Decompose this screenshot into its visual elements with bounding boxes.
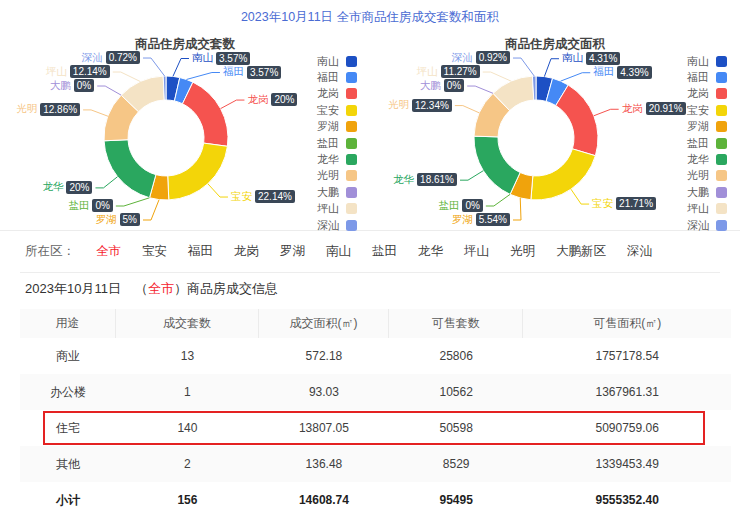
legend-item-guangming[interactable]: 光明 [317,168,357,184]
legend-swatch [716,56,727,67]
table-row-2: 办公楼193.03105621367961.31 [20,374,731,410]
table-cell: 8529 [389,446,523,482]
legend-label: 宝安 [687,103,709,118]
table-cell: 13 [116,338,259,374]
legend-item-longhua[interactable]: 龙华 [687,151,727,167]
pie-label-shenshan: 深汕0.72% [82,50,140,65]
table-header-row: 用途成交套数成交面积(㎡)可售套数可售面积(㎡) [20,309,731,338]
pie-label-longhua: 龙华20% [42,180,92,195]
filter-item-longgang[interactable]: 龙岗 [234,244,259,258]
legend-item-longgang[interactable]: 龙岗 [687,86,727,102]
pie-label-value: 5.54% [476,213,510,226]
legend-item-futian[interactable]: 福田 [317,69,357,85]
pie-label-value: 21.71% [616,197,656,210]
pie-label-value: 20% [66,181,92,194]
legend-item-yantian[interactable]: 盐田 [317,135,357,151]
legend-item-baoan[interactable]: 宝安 [687,102,727,118]
legend-item-nanshan[interactable]: 南山 [687,53,727,69]
legend-label: 南山 [687,54,709,69]
pie-segment-longgang[interactable] [182,82,228,146]
filter-label: 所在区： [25,243,75,260]
pie-label-name: 深汕 [82,51,103,65]
pie-segment-baoan[interactable] [531,149,596,200]
pie-label-value: 3.57% [247,66,281,79]
table-row-5: 小计15614608.74954959555352.40 [20,482,731,516]
pie-segment-longhua[interactable] [474,136,520,194]
legend-item-nanshan[interactable]: 南山 [317,53,357,69]
legend-label: 深汕 [317,218,339,233]
legend-item-shenshan[interactable]: 深汕 [687,217,727,233]
pie-segment-baoan[interactable] [168,143,228,200]
legend-swatch [346,138,357,149]
legend-item-pingshan[interactable]: 坪山 [317,201,357,217]
pie-label-luohu: 罗湖5% [96,212,140,227]
paren-open: （ [135,281,148,296]
filter-item-futian[interactable]: 福田 [188,244,213,258]
pie-label-futian: 福田3.57% [223,65,281,80]
chart-transaction-area: 商品住房成交面积 南山福田龙岗宝安罗湖盐田龙华光明大鹏坪山深汕 南山4.31%福… [370,28,740,230]
legend-swatch [716,170,727,181]
legend-swatch [716,220,727,231]
legend-swatch [716,154,727,165]
pie-label-value: 22.14% [255,190,295,203]
pie-label-value: 4.39% [617,66,651,79]
table-cell: 1339453.49 [523,446,731,482]
legend-label: 大鹏 [687,185,709,200]
filter-item-guangming[interactable]: 光明 [510,244,535,258]
section-scope: 全市 [148,281,174,296]
pie-label-value: 3.57% [216,52,250,65]
legend-item-dapeng[interactable]: 大鹏 [317,184,357,200]
legend-item-longgang[interactable]: 龙岗 [317,86,357,102]
legend-item-luohu[interactable]: 罗湖 [317,119,357,135]
filter-item-quanshi[interactable]: 全市 [96,244,121,258]
pie-label-line-pingshan [483,72,511,81]
pie-label-name: 南山 [562,51,583,65]
pie-label-name: 盐田 [438,199,459,213]
table-section-title: 2023年10月11日 （全市）商品房成交信息 [0,273,740,305]
pie-label-line-futian [561,73,591,81]
legend-swatch [346,187,357,198]
legend-item-futian[interactable]: 福田 [687,69,727,85]
pie-label-guangming: 光明12.86% [16,102,80,117]
legend-item-shenshan[interactable]: 深汕 [317,217,357,233]
pie-label-line-shenshan [143,58,165,76]
legend-swatch [346,72,357,83]
legend-item-yantian[interactable]: 盐田 [687,135,727,151]
pie-label-name: 坪山 [46,65,67,79]
legend-item-pingshan[interactable]: 坪山 [687,201,727,217]
filter-item-nanshan[interactable]: 南山 [326,244,351,258]
table-cell: 商业 [20,338,116,374]
pie-label-name: 福田 [223,65,244,79]
pie-label-longhua: 龙华18.61% [393,172,457,187]
pie-segment-longgang[interactable] [556,85,598,156]
legend-item-baoan[interactable]: 宝安 [317,102,357,118]
section-date: 2023年10月11日 [25,280,121,298]
filter-item-pingshan[interactable]: 坪山 [464,244,489,258]
legend-label: 坪山 [317,201,339,216]
pie-label-name: 大鹏 [50,79,71,93]
filter-item-yantian[interactable]: 盐田 [372,244,397,258]
legend-swatch [346,56,357,67]
table-cell: 13807.05 [259,410,389,446]
legend-item-dapeng[interactable]: 大鹏 [687,184,727,200]
charts-row: 商品住房成交套数 南山福田龙岗宝安罗湖盐田龙华光明大鹏坪山深汕 南山3.57%福… [0,28,740,230]
donut-chart-area [370,28,740,230]
filter-item-shenshan[interactable]: 深汕 [627,244,652,258]
legend-item-luohu[interactable]: 罗湖 [687,119,727,135]
legend-swatch [346,170,357,181]
pie-segment-longhua[interactable] [104,140,156,198]
filter-items: 全市宝安福田龙岗罗湖南山盐田龙华坪山光明大鹏新区深汕 [75,243,652,260]
legend-item-guangming[interactable]: 光明 [687,168,727,184]
pie-label-line-yantian [116,198,150,206]
filter-item-dapengxinqu[interactable]: 大鹏新区 [556,244,606,258]
filter-item-luohu[interactable]: 罗湖 [280,244,305,258]
pie-label-name: 龙岗 [247,93,268,107]
table-header-cell: 可售套数 [389,309,523,338]
legend-label: 深汕 [687,218,709,233]
filter-item-baoan[interactable]: 宝安 [142,244,167,258]
legend-item-longhua[interactable]: 龙华 [317,151,357,167]
pie-label-nanshan: 南山3.57% [192,51,250,66]
pie-label-yantian: 盐田0% [68,198,112,213]
filter-item-longhua[interactable]: 龙华 [418,244,443,258]
legend-swatch [346,88,357,99]
